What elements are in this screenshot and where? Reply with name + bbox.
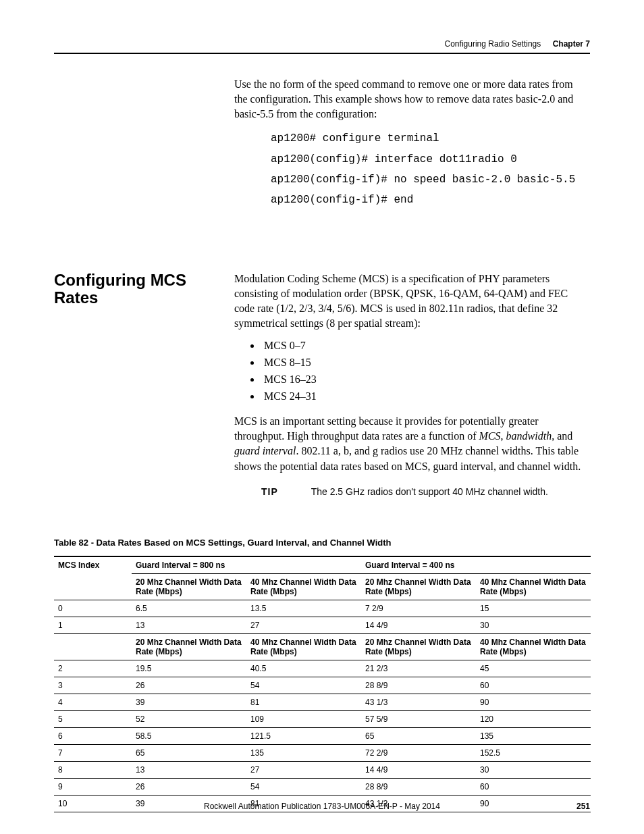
code-block: ap1200# configure terminal ap1200(config…	[271, 128, 589, 211]
data-rate-table: MCS Index Guard Interval = 800 ns Guard …	[54, 556, 591, 812]
table-cell: 121.5	[246, 727, 361, 744]
table-row: 55210957 5/9120	[54, 710, 591, 727]
table-caption: Table 82 - Data Rates Based on MCS Setti…	[54, 538, 590, 548]
table-cell: 1	[54, 617, 132, 633]
table-cell: 30	[476, 761, 591, 778]
col-subheader-20mhz: 20 Mhz Channel Width Data Rate (Mbps)	[132, 633, 246, 660]
table-cell: 28 8/9	[361, 778, 476, 795]
table-row: 9265428 8/960	[54, 778, 591, 795]
publication-info: Rockwell Automation Publication 1783-UM0…	[54, 802, 590, 811]
col-subheader-40mhz: 40 Mhz Channel Width Data Rate (Mbps)	[476, 573, 591, 600]
table-cell: 13	[132, 617, 246, 633]
table-cell: 54	[246, 778, 361, 795]
table-cell: 13	[132, 761, 246, 778]
table-cell: 60	[476, 677, 591, 694]
table-row: 76513572 2/9152.5	[54, 744, 591, 761]
col-subheader-40mhz: 40 Mhz Channel Width Data Rate (Mbps)	[246, 633, 361, 660]
col-header-guard-400: Guard Interval = 400 ns	[361, 556, 591, 574]
table-cell: 27	[246, 761, 361, 778]
table-row: 1132714 4/930	[54, 617, 591, 633]
table-cell: 26	[132, 677, 246, 694]
table-cell: 27	[246, 617, 361, 633]
table-row: 658.5121.565135	[54, 727, 591, 744]
intro-paragraph: Use the no form of the speed command to …	[234, 77, 589, 122]
tip-row: TIP The 2.5 GHz radios don't support 40 …	[261, 486, 589, 497]
list-item: MCS 24–31	[261, 388, 589, 405]
table-cell: 45	[476, 660, 591, 677]
tip-label: TIP	[261, 486, 308, 497]
table-cell: 0	[54, 600, 132, 617]
table-cell: 135	[476, 727, 591, 744]
table-cell: 40.5	[246, 660, 361, 677]
mcs-bullet-list: MCS 0–7 MCS 8–15 MCS 16–23 MCS 24–31	[234, 338, 589, 405]
table-cell: 90	[476, 694, 591, 710]
table-cell: 30	[476, 617, 591, 633]
table-cell: 109	[246, 710, 361, 727]
list-item: MCS 0–7	[261, 338, 589, 355]
table-cell: 57 5/9	[361, 710, 476, 727]
table-cell: 43 1/3	[361, 694, 476, 710]
table-cell: 7 2/9	[361, 600, 476, 617]
page-number: 251	[576, 802, 590, 811]
table-cell: 5	[54, 710, 132, 727]
table-cell: 15	[476, 600, 591, 617]
table-cell: 21 2/3	[361, 660, 476, 677]
table-row: 8132714 4/930	[54, 761, 591, 778]
col-header-guard-800: Guard Interval = 800 ns	[132, 556, 361, 574]
header-section: Configuring Radio Settings	[445, 39, 541, 49]
page-footer: Rockwell Automation Publication 1783-UM0…	[54, 802, 590, 811]
header-rule	[54, 53, 590, 54]
table-row: 219.540.521 2/345	[54, 660, 591, 677]
col-subheader-40mhz: 40 Mhz Channel Width Data Rate (Mbps)	[246, 573, 361, 600]
table-cell: 7	[54, 744, 132, 761]
table-cell: 72 2/9	[361, 744, 476, 761]
table-cell: 26	[132, 778, 246, 795]
table-cell: 3	[54, 677, 132, 694]
table-cell: 65	[132, 744, 246, 761]
table-row: 06.513.57 2/915	[54, 600, 591, 617]
list-item: MCS 16–23	[261, 371, 589, 388]
table-cell: 14 4/9	[361, 761, 476, 778]
table-cell: 4	[54, 694, 132, 710]
table-cell: 60	[476, 778, 591, 795]
col-subheader-20mhz: 20 Mhz Channel Width Data Rate (Mbps)	[132, 573, 246, 600]
col-header-mcs: MCS Index	[54, 556, 132, 600]
col-subheader-blank	[54, 633, 132, 660]
table-cell: 54	[246, 677, 361, 694]
table-row: 4398143 1/390	[54, 694, 591, 710]
table-cell: 9	[54, 778, 132, 795]
header-chapter: Chapter 7	[553, 39, 590, 49]
table-cell: 152.5	[476, 744, 591, 761]
table-cell: 135	[246, 744, 361, 761]
running-header: Configuring Radio Settings Chapter 7	[54, 39, 590, 49]
table-cell: 58.5	[132, 727, 246, 744]
col-subheader-40mhz: 40 Mhz Channel Width Data Rate (Mbps)	[476, 633, 591, 660]
section-para-1: Modulation Coding Scheme (MCS) is a spec…	[234, 271, 589, 331]
table-cell: 52	[132, 710, 246, 727]
table-cell: 19.5	[132, 660, 246, 677]
table-row: 3265428 8/960	[54, 677, 591, 694]
table-cell: 65	[361, 727, 476, 744]
table-cell: 8	[54, 761, 132, 778]
list-item: MCS 8–15	[261, 355, 589, 371]
table-cell: 13.5	[246, 600, 361, 617]
table-cell: 14 4/9	[361, 617, 476, 633]
section-para-2: MCS is an important setting because it p…	[234, 414, 589, 473]
col-subheader-20mhz: 20 Mhz Channel Width Data Rate (Mbps)	[361, 633, 476, 660]
table-cell: 28 8/9	[361, 677, 476, 694]
table-cell: 6.5	[132, 600, 246, 617]
table-cell: 2	[54, 660, 132, 677]
table-cell: 39	[132, 694, 246, 710]
col-subheader-20mhz: 20 Mhz Channel Width Data Rate (Mbps)	[361, 573, 476, 600]
section-heading: Configuring MCS Rates	[54, 271, 223, 307]
tip-text: The 2.5 GHz radios don't support 40 MHz …	[311, 486, 548, 497]
table-cell: 81	[246, 694, 361, 710]
table-cell: 120	[476, 710, 591, 727]
table-cell: 6	[54, 727, 132, 744]
